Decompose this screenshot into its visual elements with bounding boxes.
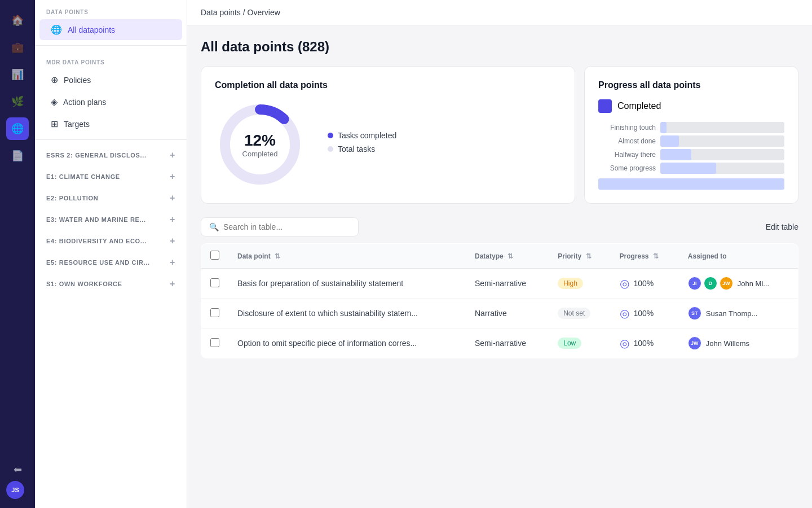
user-avatar[interactable]: JS <box>6 481 24 499</box>
sidebar-e1[interactable]: E1: CLIMATE CHANGE + <box>35 166 187 187</box>
select-all-checkbox[interactable] <box>210 251 219 260</box>
sidebar-e2[interactable]: E2: POLLUTION + <box>35 187 187 209</box>
row-assigned: JWJohn Willems <box>679 329 798 358</box>
action-plans-icon: ◈ <box>51 97 58 107</box>
sidebar-item-policies[interactable]: ⊕ Policies <box>39 69 182 90</box>
assigned-name: Susan Thomp... <box>706 309 758 318</box>
sidebar-item-targets[interactable]: ⊞ Targets <box>39 113 182 134</box>
row-assigned: JIDJWJohn Mi... <box>679 269 798 299</box>
row-assigned: STSusan Thomp... <box>679 299 798 329</box>
row-checkbox-cell[interactable] <box>201 269 229 299</box>
home-icon[interactable]: 🏠 <box>6 9 29 32</box>
esrs2-expand-icon: + <box>170 150 175 160</box>
targets-label: Targets <box>64 120 90 129</box>
table-row: Disclosure of extent to which sustainabi… <box>201 299 798 329</box>
table-row: Basis for preparation of sustainability … <box>201 269 798 299</box>
completion-card: Completion all data points 12% Completed <box>201 66 575 204</box>
donut-legend: Tasks completed Total tasks <box>328 131 396 158</box>
page-title: All data points (828) <box>201 39 798 55</box>
table-row: Option to omit specific piece of informa… <box>201 329 798 358</box>
progress-circle: ◎100% <box>620 277 670 290</box>
header-checkbox[interactable] <box>201 244 229 269</box>
policies-icon: ⊕ <box>51 75 58 85</box>
label-almost: Almost done <box>598 137 660 145</box>
file-icon[interactable]: 📄 <box>6 144 29 167</box>
fill-finishing <box>660 122 667 133</box>
sidebar-item-all-datapoints[interactable]: 🌐 All datapoints <box>39 19 182 40</box>
header-data-point[interactable]: Data point ⇅ <box>228 244 466 269</box>
content-area: All data points (828) Completion all dat… <box>187 25 812 508</box>
track-almost <box>660 135 784 147</box>
sidebar-s1[interactable]: S1: OWN WORKFORCE + <box>35 273 187 295</box>
globe-icon[interactable]: 🌐 <box>6 117 29 140</box>
completion-card-title: Completion all data points <box>215 80 561 90</box>
row-progress: ◎100% <box>611 299 679 329</box>
globe-small-icon: 🌐 <box>51 24 62 35</box>
bottom-icons: ⬅ JS <box>6 458 29 499</box>
progress-value: 100% <box>634 339 654 348</box>
progress-row-some: Some progress <box>598 163 784 174</box>
sidebar-item-action-plans[interactable]: ◈ Action plans <box>39 91 182 112</box>
avatar: D <box>704 277 717 290</box>
row-checkbox[interactable] <box>210 338 219 347</box>
sidebar-e3[interactable]: E3: WATER AND MARINE RE... + <box>35 209 187 230</box>
breadcrumb: Data points / Overview <box>201 8 280 17</box>
table-header-row: Data point ⇅ Datatype ⇅ Priority ⇅ Progr… <box>201 244 798 269</box>
sidebar-e5[interactable]: E5: RESOURCE USE AND CIR... + <box>35 252 187 273</box>
donut-chart: 12% Completed <box>215 99 305 190</box>
e3-expand-icon: + <box>170 214 175 225</box>
track-some <box>660 163 784 174</box>
progress-row-almost: Almost done <box>598 135 784 147</box>
progress-card-title: Progress all data points <box>598 80 784 90</box>
avatar-group: JWJohn Willems <box>688 336 789 350</box>
header-progress[interactable]: Progress ⇅ <box>611 244 679 269</box>
label-finishing: Finishing touch <box>598 124 660 132</box>
chart-icon[interactable]: 📊 <box>6 63 29 86</box>
briefcase-icon[interactable]: 💼 <box>6 36 29 59</box>
e4-expand-icon: + <box>170 236 175 246</box>
progress-circle: ◎100% <box>620 336 670 350</box>
row-checkbox-cell[interactable] <box>201 329 229 358</box>
header-datatype[interactable]: Datatype ⇅ <box>466 244 549 269</box>
donut-area: 12% Completed Tasks completed Total task… <box>215 99 561 190</box>
track-halfway <box>660 149 784 160</box>
avatar-group: JIDJWJohn Mi... <box>688 277 789 290</box>
sidebar-e4[interactable]: E4: BIODIVERSITY AND ECO... + <box>35 230 187 252</box>
avatar: JI <box>688 277 701 290</box>
row-checkbox[interactable] <box>210 308 219 317</box>
row-checkbox[interactable] <box>210 278 219 287</box>
fill-almost <box>660 135 679 147</box>
row-priority: Not set <box>549 299 610 329</box>
donut-label: Completed <box>242 150 278 158</box>
legend-total-tasks: Total tasks <box>328 144 396 154</box>
avatar-group: STSusan Thomp... <box>688 306 789 320</box>
progress-value: 100% <box>634 309 654 318</box>
circle-progress-icon: ◎ <box>620 336 629 350</box>
sidebar-esrs2[interactable]: ESRS 2: GENERAL DISCLOS... + <box>35 144 187 166</box>
data-table: Data point ⇅ Datatype ⇅ Priority ⇅ Progr… <box>201 243 798 358</box>
progress-bottom-bar <box>598 178 784 190</box>
avatar: JW <box>688 336 701 350</box>
total-tasks-label: Total tasks <box>338 144 375 154</box>
tasks-completed-label: Tasks completed <box>338 131 396 140</box>
circle-progress-icon: ◎ <box>620 277 629 290</box>
label-some: Some progress <box>598 164 660 172</box>
sidebar-divider-1 <box>35 45 187 46</box>
progress-legend: Completed <box>598 99 784 113</box>
edit-table-button[interactable]: Edit table <box>766 222 798 231</box>
tasks-completed-dot <box>328 133 333 138</box>
progress-row-finishing: Finishing touch <box>598 122 784 133</box>
logout-icon[interactable]: ⬅ <box>6 458 29 481</box>
main-content: Data points / Overview All data points (… <box>187 0 812 508</box>
search-box[interactable]: 🔍 <box>201 217 359 237</box>
assigned-name: John Willems <box>706 339 749 348</box>
header-priority[interactable]: Priority ⇅ <box>549 244 610 269</box>
fill-some <box>660 163 716 174</box>
topbar: Data points / Overview <box>187 0 812 25</box>
row-priority: Low <box>549 329 610 358</box>
search-input[interactable] <box>223 222 350 231</box>
icon-bar: 🏠 💼 📊 🌿 🌐 📄 ⬅ JS <box>0 0 35 508</box>
row-progress: ◎100% <box>611 329 679 358</box>
leaf-icon[interactable]: 🌿 <box>6 90 29 113</box>
row-checkbox-cell[interactable] <box>201 299 229 329</box>
